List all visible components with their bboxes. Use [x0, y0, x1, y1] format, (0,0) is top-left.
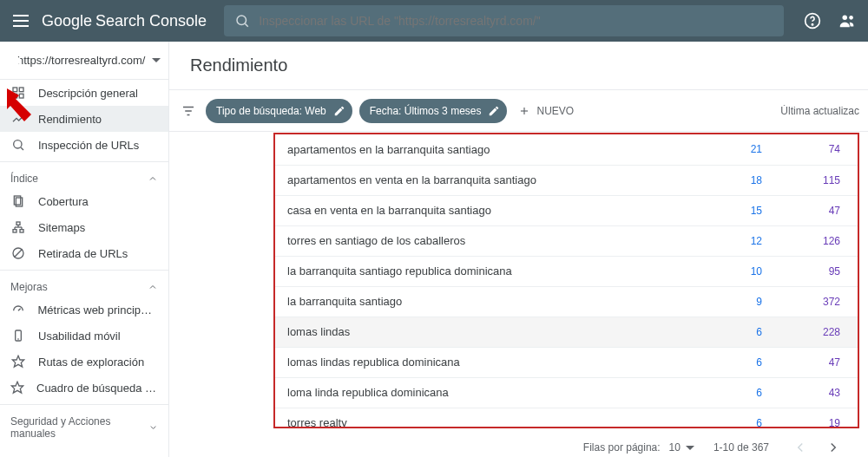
- filter-icon[interactable]: [178, 101, 199, 121]
- clicks-cell: 6: [701, 408, 779, 428]
- search-icon: [234, 13, 250, 29]
- svg-rect-8: [13, 94, 17, 98]
- table-row[interactable]: la barranquita santiago9372: [275, 286, 858, 317]
- table-row[interactable]: la barranquita santiago republica domini…: [275, 256, 858, 286]
- chip-search-type[interactable]: Tipo de búsqueda: Web: [206, 99, 352, 123]
- chip-date[interactable]: Fecha: Últimos 3 meses: [359, 99, 508, 123]
- svg-rect-9: [19, 94, 23, 98]
- brand-google: Google: [42, 12, 92, 30]
- chevron-down-icon: [148, 422, 158, 433]
- main-content: Rendimiento Tipo de búsqueda: Web Fecha:…: [169, 42, 868, 457]
- clicks-cell: 18: [701, 165, 779, 195]
- pencil-icon: [488, 105, 500, 117]
- url-inspect-search[interactable]: [224, 5, 784, 36]
- query-cell: lomas lindas republica dominicana: [275, 347, 701, 377]
- sidebar-item-label: Inspección de URLs: [38, 139, 139, 152]
- svg-point-5: [849, 16, 853, 20]
- chevron-up-icon: [148, 282, 158, 292]
- sidebar-item-removals[interactable]: Retirada de URLs: [0, 240, 168, 266]
- page-title: Rendimiento: [169, 42, 868, 90]
- svg-rect-15: [13, 230, 16, 232]
- coverage-icon: [10, 193, 26, 209]
- impressions-cell: 47: [779, 195, 858, 225]
- svg-point-4: [843, 16, 848, 20]
- svg-line-11: [21, 147, 23, 150]
- section-label: Seguridad y Acciones manuales: [10, 415, 148, 440]
- sidebar: https://torresrealtyrd.com/ Descripción …: [0, 42, 169, 457]
- chevron-down-icon: [686, 446, 694, 450]
- table-row[interactable]: lomas lindas6228: [275, 317, 858, 347]
- svg-line-22: [14, 249, 22, 257]
- add-filter-button[interactable]: NUEVO: [517, 104, 574, 118]
- last-update-label: Última actualizac: [780, 105, 859, 117]
- table-row[interactable]: apartamentos en la barranquita santiago2…: [275, 134, 858, 165]
- sidebar-item-label: Sitemaps: [38, 221, 85, 234]
- section-index[interactable]: Índice: [0, 166, 168, 188]
- rows-per-page-value: 10: [669, 441, 681, 454]
- chevron-up-icon: [148, 173, 158, 184]
- clicks-cell: 6: [701, 347, 779, 377]
- sidebar-item-label: Rendimiento: [38, 113, 102, 126]
- svg-point-10: [14, 140, 22, 148]
- overview-icon: [10, 85, 26, 101]
- table-pager: Filas por página: 10 1-10 de 367: [273, 428, 859, 457]
- clicks-cell: 6: [701, 377, 779, 408]
- property-selector[interactable]: https://torresrealtyrd.com/: [0, 42, 168, 80]
- svg-rect-16: [20, 230, 23, 232]
- table-row[interactable]: torres en santiago de los caballeros1212…: [275, 225, 858, 256]
- impressions-cell: 372: [779, 286, 858, 317]
- removals-icon: [10, 245, 26, 261]
- search-input[interactable]: [259, 14, 773, 28]
- sitemaps-icon: [10, 219, 26, 235]
- svg-rect-6: [13, 88, 17, 92]
- sidebar-item-mobile-usability[interactable]: Usabilidad móvil: [0, 323, 168, 349]
- sidebar-item-sitemaps[interactable]: Sitemaps: [0, 214, 168, 240]
- rows-per-page-select[interactable]: 10: [669, 441, 694, 454]
- sidebar-item-overview[interactable]: Descripción general: [0, 80, 168, 106]
- sidebar-item-label: Descripción general: [38, 87, 138, 100]
- sidebar-item-coverage[interactable]: Cobertura: [0, 188, 168, 214]
- section-enhancements[interactable]: Mejoras: [0, 274, 168, 297]
- query-cell: casa en venta en la barranquita santiago: [275, 195, 701, 225]
- table-row[interactable]: apartamentos en venta en la barranquita …: [275, 165, 858, 195]
- svg-point-0: [237, 16, 247, 25]
- query-cell: loma linda republica dominicana: [275, 377, 701, 408]
- chip-label: Tipo de búsqueda: Web: [216, 105, 326, 117]
- impressions-cell: 126: [779, 225, 858, 256]
- table-row[interactable]: torres realty619: [275, 408, 858, 428]
- sidebar-item-url-inspection[interactable]: Inspección de URLs: [0, 132, 168, 158]
- sidebar-item-sitelinks-searchbox[interactable]: Cuadro de búsqueda de enlaces de sitio: [0, 375, 168, 401]
- query-cell: torres realty: [275, 408, 701, 428]
- table-row[interactable]: loma linda republica dominicana643: [275, 377, 858, 408]
- help-icon[interactable]: [802, 10, 823, 31]
- queries-table: apartamentos en la barranquita santiago2…: [275, 134, 858, 428]
- table-row[interactable]: lomas lindas republica dominicana647: [275, 347, 858, 377]
- queries-table-region: apartamentos en la barranquita santiago2…: [273, 133, 859, 428]
- pager-next-button[interactable]: [821, 435, 845, 457]
- sidebar-item-label: Usabilidad móvil: [38, 330, 121, 343]
- performance-icon: [10, 111, 26, 127]
- new-label: NUEVO: [536, 105, 574, 117]
- pager-prev-button[interactable]: [788, 435, 812, 457]
- section-label: Mejoras: [10, 281, 48, 293]
- impressions-cell: 74: [779, 134, 858, 165]
- section-security[interactable]: Seguridad y Acciones manuales: [0, 408, 168, 443]
- users-icon[interactable]: [837, 10, 858, 31]
- table-row[interactable]: casa en venta en la barranquita santiago…: [275, 195, 858, 225]
- sidebar-item-breadcrumbs[interactable]: Rutas de exploración: [0, 349, 168, 375]
- content-area: apartamentos en la barranquita santiago2…: [169, 132, 868, 457]
- clicks-cell: 6: [701, 317, 779, 347]
- searchbox-icon: [10, 380, 24, 395]
- sidebar-item-label: Cuadro de búsqueda de enlaces de sitio: [36, 382, 158, 395]
- divider: [0, 161, 168, 162]
- section-label: Índice: [10, 173, 38, 185]
- query-cell: apartamentos en la barranquita santiago: [275, 134, 701, 165]
- impressions-cell: 95: [779, 256, 858, 286]
- impressions-cell: 228: [779, 317, 858, 347]
- svg-marker-27: [11, 382, 23, 393]
- menu-icon[interactable]: [10, 10, 31, 31]
- clicks-cell: 9: [701, 286, 779, 317]
- sidebar-item-label: Métricas web principales: [38, 304, 158, 317]
- sidebar-item-core-web-vitals[interactable]: Métricas web principales: [0, 297, 168, 323]
- sidebar-item-performance[interactable]: Rendimiento: [0, 106, 168, 132]
